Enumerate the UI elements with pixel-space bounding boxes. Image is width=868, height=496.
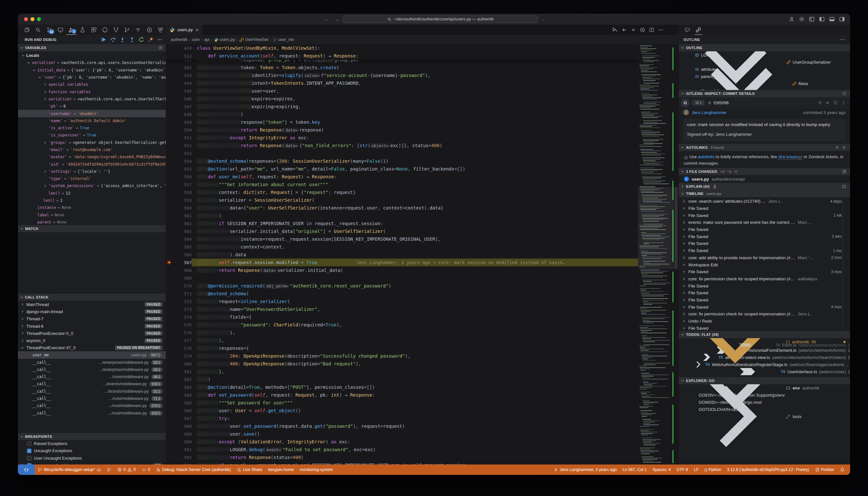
customize-layout-icon[interactable]: [809, 16, 815, 22]
code-line-579[interactable]: 579············204: OpenApiResponse(desc…: [166, 352, 638, 360]
code-line-575[interactable]: 575················"password": CharField…: [166, 321, 638, 329]
statusbar-item-ln-567-col-1[interactable]: Ln 567, Col 1: [620, 465, 650, 475]
thread-row[interactable]: Thread-7PAUSED: [18, 315, 166, 323]
timeline-item[interactable]: Undo / Redo: [679, 318, 850, 325]
variable-row[interactable]: 'pk'=6: [18, 103, 166, 110]
timeline-item[interactable]: core: add ability to provide reason for …: [679, 254, 850, 262]
code-line-564[interactable]: 564················instance=request._req…: [166, 235, 638, 243]
breakpoint-row[interactable]: Raised Exceptions: [18, 440, 166, 447]
minimap-viewport[interactable]: [638, 187, 674, 269]
macos-traffic-lights[interactable]: [18, 17, 41, 21]
code-line-541[interactable]: 541················response["group_pk"] …: [166, 60, 638, 64]
go-env-folder[interactable]: envauthentik: [679, 384, 850, 391]
code-line-542[interactable]: 542················token: Token = Token.…: [166, 64, 638, 72]
debug-restart-icon[interactable]: [138, 37, 144, 43]
breakpoint-row[interactable]: ✓users.pyauthentik/core/api567: [18, 462, 166, 465]
code-line-580[interactable]: 580············400: OpenApiResponse(desc…: [166, 360, 638, 368]
comments-panel-tab[interactable]: [683, 25, 691, 35]
statusbar-item-lf[interactable]: LF: [691, 465, 702, 475]
code-line-593[interactable]: 593········if user.pk == request.user.pk…: [166, 461, 638, 465]
timeline-item[interactable]: File Saved: [679, 240, 850, 247]
thread-row[interactable]: ThreadPoolExecutor-37_0PAUSED ON BREAKPO…: [18, 344, 166, 352]
code-line-584[interactable]: 584····def set_password(self, request: R…: [166, 391, 638, 399]
code-line-587[interactable]: 587········try:: [166, 415, 638, 422]
code-line-571[interactable]: 571····@extend_schema(: [166, 290, 638, 297]
code-line-554[interactable]: 554····@extend_schema(responses={200: Se…: [166, 157, 638, 165]
code-line-585[interactable]: 585········"""Set password for user""": [166, 399, 638, 407]
code-line-582[interactable]: 582····): [166, 375, 638, 383]
sticky-line-424[interactable]: 424class UserViewSet(UsedByMixin, ModelV…: [166, 44, 638, 52]
variables-section-header[interactable]: VARIABLES: [18, 44, 166, 51]
statusbar-item-3-12-8-authentik-xeahpgph-py[interactable]: 3.12.8 ('authentik-xEAhpGPh-py3.12': Poe…: [724, 465, 812, 475]
code-line-569[interactable]: 569: [166, 274, 638, 282]
commit-author-row[interactable]: J Jens Langhammer committed 3 years ago: [679, 108, 850, 117]
variable-row[interactable]: len()=1: [18, 197, 166, 204]
statusbar-item-0[interactable]: 00: [114, 465, 139, 475]
variable-row[interactable]: serializer=<authentik.core.api.users.Use…: [18, 95, 166, 103]
breakpoint-checkbox[interactable]: [27, 456, 31, 461]
code-line-576[interactable]: 576············},: [166, 329, 638, 337]
statusbar-item[interactable]: [837, 465, 848, 475]
gitlens-section-header[interactable]: GITLENS: INSPECT: COMMIT DETAILS: [679, 90, 850, 97]
variable-row[interactable]: 'system_permissions'=['access_admin_inte…: [18, 182, 166, 189]
code-line-590[interactable]: 590········except (ValidationError, Inte…: [166, 438, 638, 446]
code-line-567[interactable]: 567········self.request.session.modified…: [166, 259, 638, 266]
stack-frame-row[interactable]: __call__.../root/middleware.py318:1: [18, 409, 166, 416]
files-changed-section-header[interactable]: 1 FILE CHANGED +0 ~1 -0: [679, 168, 850, 175]
code-editor[interactable]: 541················response["group_pk"] …: [166, 44, 678, 465]
code-line-566[interactable]: 566············).data: [166, 251, 638, 259]
code-line-558[interactable]: 558········context: dict[str, Request] =…: [166, 188, 638, 196]
variable-row[interactable]: 'uid'='49d24724dfa590a20fb5961e9c6673cd1…: [18, 160, 166, 168]
remote-indicator[interactable]: [18, 465, 35, 475]
code-line-543[interactable]: 543····················identifier=slugif…: [166, 72, 638, 79]
variable-row[interactable]: 'email'='root@example.com': [18, 146, 166, 153]
code-line-553[interactable]: 553: [166, 150, 638, 157]
close-window-button[interactable]: [24, 17, 28, 21]
activity-playc-icon[interactable]: [144, 25, 155, 35]
statusbar-item[interactable]: [104, 465, 114, 475]
code-line-581[interactable]: 581········},: [166, 368, 638, 375]
explain-ai-section-header[interactable]: EXPLAIN (AI): [679, 183, 850, 190]
variable-row[interactable]: 'is_superuser'=True: [18, 131, 166, 139]
code-line-546[interactable]: 546····················expires=expires,: [166, 95, 638, 103]
close-tab-icon[interactable]: ✕: [195, 28, 199, 32]
activity-scm-icon[interactable]: 12: [44, 25, 54, 35]
thread-row[interactable]: django-main-threadPAUSED: [18, 308, 166, 315]
timeline-item[interactable]: File Saved: [679, 205, 850, 212]
remote-browser-icon[interactable]: ⌄: [541, 17, 544, 21]
code-line-591[interactable]: 591············LOGGER.debug(event="Faile…: [166, 446, 638, 453]
variable-row[interactable]: 'username'='akadmin': [18, 110, 166, 117]
breakpoint-checkbox[interactable]: ✓: [27, 463, 31, 465]
code-line-562[interactable]: 562········if SESSION_KEY_IMPERSONATE_US…: [166, 220, 638, 227]
code-line-561[interactable]: 561········): [166, 212, 638, 220]
code-line-563[interactable]: 563············serializer.initial_data["…: [166, 227, 638, 235]
jira-issues-link[interactable]: Jira issues: [778, 154, 798, 159]
statusbar-item-jens-langhammer-3-years-ago[interactable]: Jens Langhammer, 3 years ago: [551, 465, 620, 475]
code-line-586[interactable]: 586········user: User = self.get_object(…: [166, 407, 638, 415]
breakpoint-checkbox[interactable]: ✓: [27, 449, 31, 453]
activity-proj-icon[interactable]: [155, 25, 166, 35]
commit-sha[interactable]: f285096: [708, 100, 729, 105]
statusbar-item-0[interactable]: 0: [139, 465, 153, 475]
code-line-560[interactable]: 560············data={"user": UserSelfSer…: [166, 204, 638, 212]
variable-row[interactable]: label=None: [18, 212, 166, 219]
timeline-item[interactable]: File Saved: [679, 290, 850, 297]
breakpoint-row[interactable]: User Uncaught Exceptions: [18, 455, 166, 462]
stack-frame-row[interactable]: __call__.../brands/middleware.py31:1: [18, 388, 166, 395]
statusbar-item-debug-attach-server-core-aut[interactable]: Debug: Attach Server Core (authentik): [153, 465, 234, 475]
debug-step-over-icon[interactable]: [110, 37, 116, 43]
code-line-549[interactable]: 549················response["token"] = t…: [166, 118, 638, 126]
statusbar-item-spaces-4[interactable]: Spaces: 4: [650, 465, 674, 475]
tab-users-py[interactable]: users.py ✕: [166, 25, 203, 35]
autolinks-section-header[interactable]: AUTOLINKS 0 found: [679, 144, 850, 151]
toggle-primary-sidebar-icon[interactable]: [819, 16, 825, 22]
timeline-item[interactable]: File Saved: [679, 297, 850, 304]
commit-author-link[interactable]: Jens Langhammer: [692, 110, 727, 115]
statusbar-item-live-share[interactable]: Live Share: [234, 465, 265, 475]
timeline-item[interactable]: events: make sure password set event has…: [679, 219, 850, 226]
timeline-item[interactable]: core: fix permission check for scoped im…: [679, 276, 850, 283]
stack-frame-row[interactable]: __call__.../core/middleware.py71:1: [18, 395, 166, 402]
account-icon[interactable]: [789, 16, 794, 22]
autolinks-link[interactable]: autolinks: [698, 154, 714, 159]
code-line-574[interactable]: 574············fields={: [166, 313, 638, 321]
